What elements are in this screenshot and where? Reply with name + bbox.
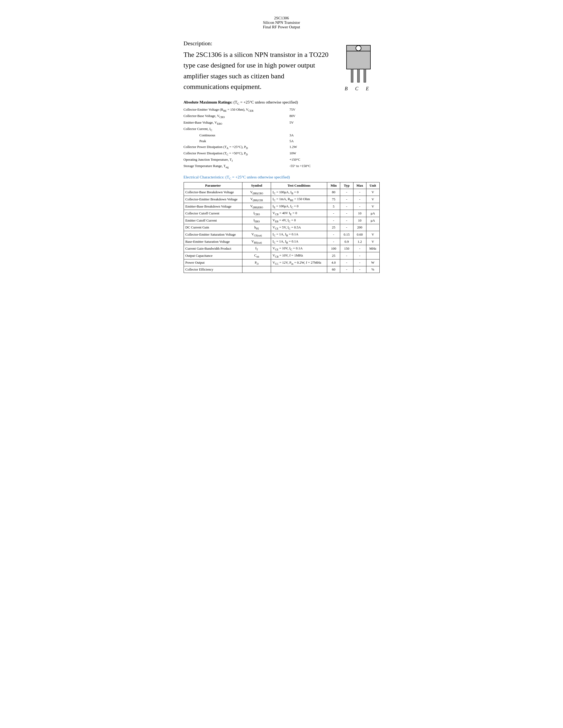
symbol-cell: VBE(sat) xyxy=(242,238,271,245)
col-header-parameter: Parameter xyxy=(183,182,242,189)
symbol-cell: hFE xyxy=(242,224,271,231)
conditions-cell: IC = 1A, IB = 0.1A xyxy=(271,238,327,245)
abs-row-label: Collector Power Dissipation (TC = +50°C)… xyxy=(183,150,290,157)
max-cell: - xyxy=(353,196,366,203)
typ-cell: 0.9 xyxy=(340,238,353,245)
typ-cell: - xyxy=(340,224,353,231)
min-cell: 25 xyxy=(327,224,340,231)
typ-cell: - xyxy=(340,189,353,196)
typ-cell: - xyxy=(340,217,353,224)
abs-row-label: Operating Junction Temperature, TJ xyxy=(183,157,290,163)
abs-max-title-bold: Absolute Maximum Ratings: xyxy=(183,100,232,104)
min-cell: 80 xyxy=(327,189,340,196)
max-cell: - xyxy=(353,252,366,259)
abs-max-row: Collector-Base Voltage, VCBO 80V xyxy=(183,113,380,119)
abs-row-label: Continuous xyxy=(183,132,290,138)
conditions-cell: IE = 100μA, IC = 0 xyxy=(271,203,327,210)
conditions-cell: VCB = 40V IE = 0 xyxy=(271,210,327,217)
abs-row-label: Storage Temperature Range, Tstg xyxy=(183,163,290,169)
symbol-cell: PO xyxy=(242,259,271,266)
unit-cell xyxy=(366,224,380,231)
abs-max-title-normal: (TC = +25°C unless otherwise specified) xyxy=(233,100,298,104)
col-header-typ: Typ xyxy=(340,182,353,189)
conditions-cell: IC = 1mA, RBE = 150 Ohm xyxy=(271,196,327,203)
svg-point-2 xyxy=(356,46,361,51)
min-cell: 60 xyxy=(327,266,340,273)
param-cell: Collector-Emitter Breakdown Voltage xyxy=(183,196,242,203)
min-cell: - xyxy=(327,231,340,238)
symbol-cell: Cob xyxy=(242,252,271,259)
unit-cell: μA xyxy=(366,210,380,217)
param-cell: Emitter-Base Breakdown Voltage xyxy=(183,203,242,210)
header-line2: Silicon NPN Transistor xyxy=(183,20,380,25)
param-cell: Base-Emitter Saturation Voltage xyxy=(183,238,242,245)
elec-char-table: Parameter Symbol Test Conditions Min Typ… xyxy=(183,182,380,273)
abs-max-title: Absolute Maximum Ratings: (TC = +25°C un… xyxy=(183,100,380,105)
col-header-conditions: Test Conditions xyxy=(271,182,327,189)
table-row: Emitter-Base Breakdown Voltage V(BR)EBO … xyxy=(183,203,380,210)
table-row: Power Output PO VCC = 12V, Pin = 0.2W, f… xyxy=(183,259,380,266)
table-row: Collector Cutoff Current ICBO VCB = 40V … xyxy=(183,210,380,217)
col-header-min: Min xyxy=(327,182,340,189)
abs-row-label: Collector Current, IC xyxy=(183,126,290,132)
max-cell: - xyxy=(353,266,366,273)
col-header-unit: Unit xyxy=(366,182,380,189)
abs-row-value: 10W xyxy=(290,150,316,157)
description-heading: Description: xyxy=(183,40,329,47)
header-line1: 2SC1306 xyxy=(183,16,380,20)
max-cell: - xyxy=(353,245,366,252)
symbol-cell: ICBO xyxy=(242,210,271,217)
max-cell: - xyxy=(353,203,366,210)
typ-cell: - xyxy=(340,266,353,273)
page-header: 2SC1306 Silicon NPN Transistor Final RF … xyxy=(183,16,380,29)
symbol-cell: IEBO xyxy=(242,217,271,224)
abs-row-label: Collector-Emitter Voltage (RBE = 150 Ohm… xyxy=(183,107,290,113)
svg-rect-5 xyxy=(364,69,366,82)
typ-cell: - xyxy=(340,203,353,210)
typ-cell: - xyxy=(340,196,353,203)
conditions-cell: IC = 100μA, IB = 0 xyxy=(271,189,327,196)
unit-cell: V xyxy=(366,196,380,203)
abs-max-row: Emitter-Base Voltage, VEBO 5V xyxy=(183,120,380,126)
param-cell: Collector-Base Breakdown Voltage xyxy=(183,189,242,196)
symbol-cell: VCE(sat) xyxy=(242,231,271,238)
abs-row-value xyxy=(290,126,316,132)
typ-cell: - xyxy=(340,210,353,217)
description-body: The 2SC1306 is a silicon NPN transistor … xyxy=(183,50,329,92)
svg-rect-4 xyxy=(358,69,360,82)
abs-row-label: Emitter-Base Voltage, VEBO xyxy=(183,120,290,126)
param-cell: Current Gain-Bandwidth Product xyxy=(183,245,242,252)
conditions-cell: IC = 1A, IB = 0.1A xyxy=(271,231,327,238)
abs-max-row: Operating Junction Temperature, TJ +150°… xyxy=(183,157,380,163)
conditions-cell xyxy=(271,266,327,273)
param-cell: Power Output xyxy=(183,259,242,266)
header-line3: Final RF Power Output xyxy=(183,25,380,29)
typ-cell: 0.15 xyxy=(340,231,353,238)
svg-rect-0 xyxy=(347,51,371,69)
max-cell: 200 xyxy=(353,224,366,231)
param-cell: Emitter Cutoff Current xyxy=(183,217,242,224)
symbol-cell: V(BR)CER xyxy=(242,196,271,203)
unit-cell: V xyxy=(366,238,380,245)
abs-max-row: Collector-Emitter Voltage (RBE = 150 Ohm… xyxy=(183,107,380,113)
param-cell: DC Current Gain xyxy=(183,224,242,231)
unit-cell xyxy=(366,252,380,259)
unit-cell: V xyxy=(366,203,380,210)
max-cell: 10 xyxy=(353,210,366,217)
min-cell: 75 xyxy=(327,196,340,203)
transistor-svg xyxy=(341,43,376,85)
abs-row-value: -55° to +150°C xyxy=(290,163,316,169)
abs-row-value: 3A xyxy=(290,132,316,138)
abs-row-value: 1.2W xyxy=(290,144,316,150)
table-row: Base-Emitter Saturation Voltage VBE(sat)… xyxy=(183,238,380,245)
col-header-symbol: Symbol xyxy=(242,182,271,189)
param-cell: Collector-Emitter Saturation Voltage xyxy=(183,231,242,238)
min-cell: - xyxy=(327,217,340,224)
max-cell: 0.60 xyxy=(353,231,366,238)
table-row: Current Gain-Bandwidth Product fT VCE = … xyxy=(183,245,380,252)
abs-max-section: Absolute Maximum Ratings: (TC = +25°C un… xyxy=(183,100,380,169)
table-row: Collector-Emitter Saturation Voltage VCE… xyxy=(183,231,380,238)
unit-cell: % xyxy=(366,266,380,273)
abs-row-value: +150°C xyxy=(290,157,316,163)
table-row: Collector-Base Breakdown Voltage V(BR)CB… xyxy=(183,189,380,196)
